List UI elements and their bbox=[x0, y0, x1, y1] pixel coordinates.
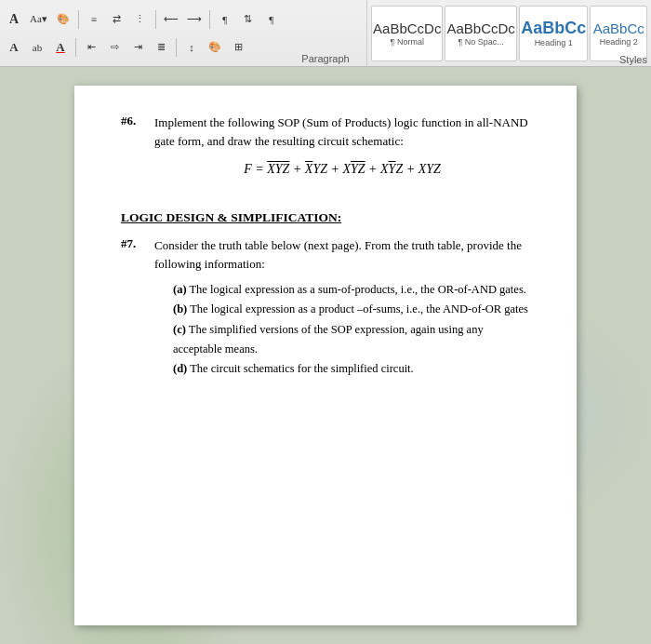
problem-7-text: Consider the truth table below (next pag… bbox=[154, 238, 522, 271]
font-aa-button[interactable]: Aa▾ bbox=[27, 9, 50, 30]
problem-6: #6. Implement the following SOP (Sum of … bbox=[121, 114, 530, 195]
font-color-button[interactable]: A bbox=[4, 37, 24, 58]
style-nospace-preview: AaBbCcDc bbox=[446, 21, 514, 35]
pilcrow-button[interactable]: ¶ bbox=[215, 9, 235, 30]
align-left-button[interactable]: ⇤ bbox=[81, 37, 101, 58]
problem-7: #7. Consider the truth table below (next… bbox=[121, 236, 530, 379]
toolbar-left: A Aa▾ 🎨 ≡ ⇄ ⋮ ⟵ ⟶ ¶ ⇅ ¶ A ab A ⇤ ⇨ ⇥ ≣ ↕ bbox=[0, 0, 367, 66]
separator-3 bbox=[209, 10, 210, 29]
style-normal-preview: AaBbCcDc bbox=[373, 21, 441, 35]
increase-indent-button[interactable]: ⟶ bbox=[184, 9, 205, 30]
bullets-button[interactable]: ≡ bbox=[84, 9, 104, 30]
numbering-button[interactable]: ⇄ bbox=[107, 9, 127, 30]
document-area: #6. Implement the following SOP (Sum of … bbox=[0, 67, 651, 644]
style-nospace[interactable]: AaBbCcDc ¶ No Spac... bbox=[445, 6, 516, 61]
sublist-item-d: (d) The circuit schematics for the simpl… bbox=[173, 359, 530, 379]
style-normal-label: ¶ Normal bbox=[391, 37, 424, 47]
problem-6-number: #6. bbox=[121, 114, 147, 195]
align-center-button[interactable]: ⇨ bbox=[104, 37, 125, 58]
show-hide-button[interactable]: ¶ bbox=[261, 9, 282, 30]
sublist-item-a: (a) The logical expression as a sum-of-p… bbox=[173, 280, 530, 300]
separator-1 bbox=[78, 10, 79, 29]
style-heading1-label: Heading 1 bbox=[535, 38, 573, 47]
toolbar-row-1: A Aa▾ 🎨 ≡ ⇄ ⋮ ⟵ ⟶ ¶ ⇅ ¶ bbox=[4, 7, 363, 33]
separator-2 bbox=[155, 10, 156, 29]
style-heading2[interactable]: AaBbCc Heading 2 bbox=[590, 6, 647, 61]
problem-7-sublist: (a) The logical expression as a sum-of-p… bbox=[173, 280, 530, 379]
styles-section-label: Styles bbox=[619, 54, 647, 65]
sublist-item-c: (c) The simplified versions of the SOP e… bbox=[173, 320, 530, 360]
separator-4 bbox=[75, 38, 76, 57]
highlight-button[interactable]: ab bbox=[27, 37, 47, 58]
styles-panel: AaBbCcDc ¶ Normal AaBbCcDc ¶ No Spac... … bbox=[367, 0, 651, 67]
multilevel-button[interactable]: ⋮ bbox=[130, 9, 151, 30]
styles-row: AaBbCcDc ¶ Normal AaBbCcDc ¶ No Spac... … bbox=[367, 0, 651, 67]
document-page: #6. Implement the following SOP (Sum of … bbox=[74, 86, 577, 625]
sort-button[interactable]: ⇅ bbox=[238, 9, 259, 30]
toolbar: A Aa▾ 🎨 ≡ ⇄ ⋮ ⟵ ⟶ ¶ ⇅ ¶ A ab A ⇤ ⇨ ⇥ ≣ ↕ bbox=[0, 0, 651, 67]
decrease-indent-button[interactable]: ⟵ bbox=[161, 9, 181, 30]
text-effects-button[interactable]: 🎨 bbox=[53, 9, 73, 30]
style-heading1-preview: AaBbCc bbox=[521, 20, 586, 36]
style-heading2-preview: AaBbCc bbox=[593, 21, 644, 35]
problem-6-body: Implement the following SOP (Sum of Prod… bbox=[154, 114, 530, 195]
font-size-up-button[interactable]: A bbox=[4, 9, 24, 30]
problem-7-body: Consider the truth table below (next pag… bbox=[154, 236, 530, 379]
problem-6-text: Implement the following SOP (Sum of Prod… bbox=[154, 115, 528, 148]
sublist-item-b: (b) The logical expression as a product … bbox=[173, 300, 530, 319]
underline-color-button[interactable]: A bbox=[50, 37, 71, 58]
style-nospace-label: ¶ No Spac... bbox=[458, 37, 503, 47]
problem-6-formula: F = XYZ + XYZ + XYZ + XYZ + XYZ bbox=[154, 159, 530, 179]
style-heading2-label: Heading 2 bbox=[600, 37, 638, 47]
section-heading: LOGIC DESIGN & SIMPLIFICATION: bbox=[121, 210, 530, 225]
style-normal[interactable]: AaBbCcDc ¶ Normal bbox=[371, 6, 443, 61]
problem-7-number: #7. bbox=[121, 236, 147, 379]
style-heading1[interactable]: AaBbCc Heading 1 bbox=[519, 6, 589, 61]
